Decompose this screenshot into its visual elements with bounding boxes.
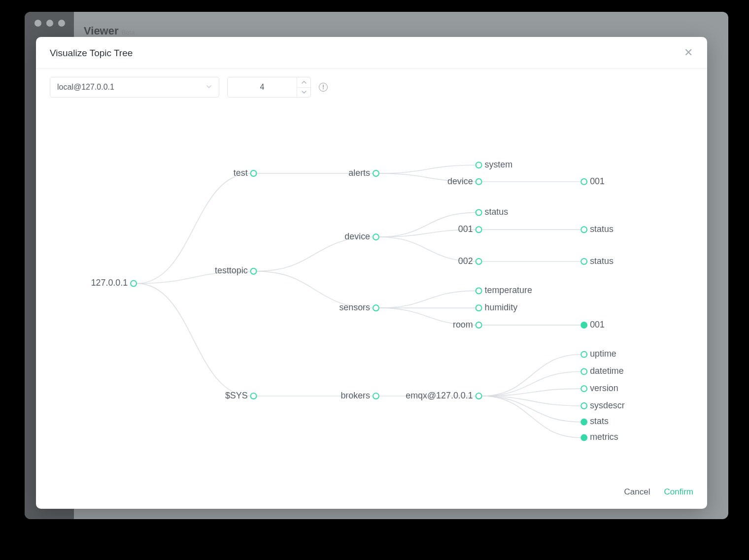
tree-node-label: emqx@127.0.0.1 [406,391,473,400]
svg-point-25 [581,419,587,425]
svg-point-12 [581,259,587,264]
tree-node[interactable]: test [234,168,257,178]
tree-node[interactable]: 127.0.0.1 [91,278,136,288]
svg-point-2 [373,170,379,176]
tree-node[interactable]: 001 [458,224,482,234]
svg-point-19 [373,393,379,399]
tree-node-label: humidity [485,302,518,312]
page-title-bg: ViewerBeta [84,25,135,37]
topic-tree-canvas[interactable]: 127.0.0.1testalertssystemdevice001testto… [36,98,707,479]
tree-node-label: metrics [590,432,618,442]
svg-point-4 [476,179,482,185]
tree-node-label: status [590,224,613,234]
svg-point-5 [581,179,587,185]
tree-node[interactable]: uptime [581,349,616,359]
tree-node-label: status [590,256,613,266]
tree-node[interactable]: stats [581,416,609,426]
tree-node[interactable]: sysdescr [581,400,624,410]
tree-node[interactable]: metrics [581,432,618,442]
depth-decrement[interactable] [297,88,310,98]
chevron-down-icon [206,83,212,92]
svg-point-14 [476,288,482,294]
tree-node-label: 001 [590,176,605,186]
tree-node-label: stats [590,416,609,426]
tree-node[interactable]: humidity [476,302,518,312]
dialog-header: Visualize Topic Tree ✕ [36,37,707,69]
tree-node[interactable]: room [453,320,482,329]
tree-node-label: status [485,207,509,217]
svg-point-24 [581,403,587,409]
tree-node-label: 001 [458,224,473,234]
tree-node[interactable]: status [476,207,509,217]
tree-node[interactable]: device [447,176,482,186]
tree-node-label: system [485,160,513,169]
tree-node[interactable]: device [344,231,379,241]
tree-node[interactable]: $SYS [225,391,257,400]
tree-node[interactable]: 001 [581,320,605,329]
cancel-button[interactable]: Cancel [624,487,650,497]
tree-node[interactable]: system [476,160,513,169]
tree-node-label: room [453,320,473,329]
connection-select-value: local@127.0.0.1 [57,83,114,92]
tree-node-label: testtopic [215,265,248,275]
tree-node-label: sensors [339,302,370,312]
tree-node-label: device [447,176,473,186]
svg-point-22 [581,368,587,374]
tree-node-label: device [344,231,370,241]
tree-node[interactable]: version [581,383,618,393]
tree-node-label: temperature [485,285,532,295]
svg-point-6 [251,268,257,274]
confirm-button[interactable]: Confirm [664,487,693,497]
svg-point-21 [581,352,587,358]
tree-node-label: datetime [590,366,624,376]
tree-node-label: 002 [458,256,473,266]
svg-point-18 [251,393,257,399]
svg-point-7 [373,234,379,240]
svg-point-3 [476,162,482,168]
tree-node[interactable]: brokers [340,391,378,400]
tree-node-label: test [234,168,248,178]
tree-node[interactable]: 002 [458,256,482,266]
visualize-topic-tree-dialog: Visualize Topic Tree ✕ local@127.0.0.1 4… [36,37,707,509]
svg-point-13 [373,305,379,311]
tree-node[interactable]: status [581,256,613,266]
depth-value: 4 [228,77,297,97]
close-icon[interactable]: ✕ [683,48,693,58]
tree-node-label: brokers [340,391,370,400]
dialog-title: Visualize Topic Tree [50,48,133,59]
tree-node-label: 127.0.0.1 [91,278,128,288]
svg-point-17 [581,322,587,328]
tree-node-label: 001 [590,320,605,329]
window-traffic-lights [34,20,65,27]
tree-node-label: alerts [348,168,370,178]
svg-point-0 [131,281,136,287]
tree-node[interactable]: emqx@127.0.0.1 [406,391,481,400]
svg-point-8 [476,210,482,216]
tree-node[interactable]: testtopic [215,265,256,275]
tree-node[interactable]: 001 [581,176,605,186]
svg-point-23 [581,386,587,392]
tree-node[interactable]: sensors [339,302,378,312]
svg-point-1 [251,170,257,176]
connection-select[interactable]: local@127.0.0.1 [50,77,219,98]
tree-node[interactable]: datetime [581,366,624,376]
tree-node[interactable]: status [581,224,613,234]
tree-node-label: uptime [590,349,616,359]
tree-node-label: sysdescr [590,400,625,410]
svg-point-11 [476,259,482,264]
dialog-footer: Cancel Confirm [36,479,707,509]
svg-point-15 [476,305,482,311]
svg-point-16 [476,322,482,328]
tree-node-label: version [590,383,618,393]
tree-node[interactable]: alerts [348,168,379,178]
svg-point-10 [581,227,587,232]
depth-increment[interactable] [297,77,310,88]
tree-node-label: $SYS [225,391,248,400]
svg-point-26 [581,435,587,441]
svg-point-20 [476,393,482,399]
svg-point-9 [476,227,482,232]
depth-stepper[interactable]: 4 [227,77,311,98]
dialog-controls: local@127.0.0.1 4 ! [36,69,707,98]
info-icon: ! [319,83,328,92]
tree-node[interactable]: temperature [476,285,532,295]
